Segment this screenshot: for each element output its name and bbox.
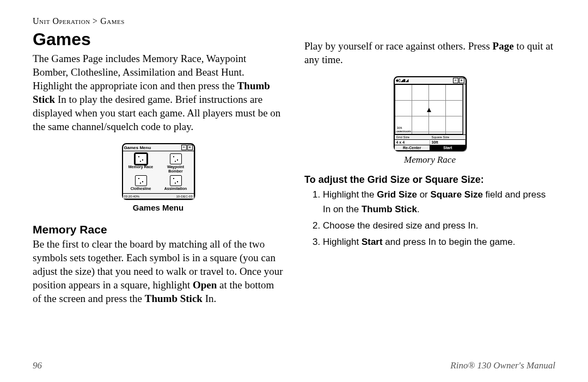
games-menu-caption: Games Menu: [33, 203, 284, 212]
game-label: Waypoint Bomber: [160, 165, 192, 173]
step-1: Highlight the Grid Size or Square Size f…: [323, 188, 555, 217]
intro-paragraph: The Games Page includes Memory Race, Way…: [33, 52, 284, 133]
mr-buttons: Re-Center Start: [395, 145, 465, 150]
close-icon: ×: [459, 78, 464, 83]
start-button: Start: [430, 145, 465, 150]
s3a: Highlight: [323, 237, 362, 247]
intro-text-a: The Games Page includes Memory Race, Way…: [33, 53, 246, 91]
assimilation-icon: [170, 175, 182, 186]
square-size-label: Square Size: [430, 134, 465, 139]
game-label: Clothesline: [125, 187, 157, 190]
s1g: .: [417, 204, 420, 214]
status-time: 03:20:40%: [124, 195, 140, 198]
s3b: Start: [362, 237, 383, 247]
mr-fields: Grid Size Square Size 4 x 4 30ft: [395, 134, 465, 145]
waypoint-bomber-icon: [170, 153, 182, 164]
manual-name: Rino® 130 Owner's Manual: [450, 360, 555, 371]
page-number: 96: [33, 360, 42, 371]
play-paragraph: Play by yourself or race against others.…: [304, 39, 555, 66]
memory-race-device: ◈▯◢▮◢ ≡× 30ft overzoom Grid Size Square …: [394, 76, 467, 151]
grid-size-label: Grid Size: [395, 134, 430, 139]
left-column: Games The Games Page includes Memory Rac…: [33, 29, 284, 350]
game-label: Memory Race: [125, 165, 157, 169]
mr-map: 30ft overzoom: [395, 84, 463, 134]
step-2: Choose the desired size and press In.: [323, 219, 555, 233]
game-item-waypoint: Waypoint Bomber: [160, 153, 192, 173]
games-menu-titlebar: Games Menu ≡×: [123, 144, 194, 151]
mr-titlebar: ◈▯◢▮◢ ≡×: [395, 77, 465, 84]
s1b: Grid Size: [377, 189, 417, 200]
mr-text-e: In.: [203, 293, 216, 304]
s1d: Square Size: [430, 189, 482, 200]
mr-titlebar-icons-left: ◈▯◢▮◢: [396, 78, 408, 83]
games-menu-content: Memory Race Waypoint Bomber Clothesline …: [123, 151, 194, 193]
mr-titlebar-icons: ≡×: [452, 78, 464, 83]
footer: 96 Rino® 130 Owner's Manual: [33, 360, 555, 371]
recenter-button: Re-Center: [395, 145, 431, 150]
play-text-a: Play by yourself or race against others.…: [304, 40, 493, 52]
page: Unit Operation > Games Games The Games P…: [0, 0, 588, 382]
games-menu-status: 03:20:40% 10-DEC-03: [123, 193, 194, 199]
page-title: Games: [33, 29, 284, 50]
s1c: or: [417, 189, 431, 200]
memory-race-caption: Memory Race: [304, 155, 555, 165]
mr-bold-thumb: Thumb Stick: [145, 293, 203, 304]
adjust-heading: To adjust the Grid Size or Square Size:: [304, 174, 555, 186]
overzoom-label: overzoom: [397, 130, 411, 133]
games-menu-title: Games Menu: [124, 145, 151, 150]
intro-text-c: In to play the desired game. Brief instr…: [33, 94, 280, 132]
game-item-memory-race: Memory Race: [125, 153, 157, 173]
square-size-value: 30ft: [430, 139, 465, 145]
grid-size-value: 4 x 4: [395, 139, 430, 145]
memory-race-heading: Memory Race: [33, 223, 284, 236]
s1a: Highlight the: [323, 189, 377, 200]
breadcrumb: Unit Operation > Games: [33, 16, 555, 26]
game-item-clothesline: Clothesline: [125, 175, 157, 190]
titlebar-icons: ≡×: [181, 145, 193, 150]
clothesline-icon: [135, 175, 147, 186]
memory-race-body: Be the first to clear the board by match…: [33, 237, 284, 305]
play-bold-page: Page: [493, 40, 514, 52]
player-cursor-icon: [427, 108, 431, 112]
mr-bold-open: Open: [193, 279, 217, 291]
s3c: and press In to begin the game.: [383, 237, 516, 247]
right-column: Play by yourself or race against others.…: [304, 29, 555, 350]
adjust-steps: Highlight the Grid Size or Square Size f…: [304, 188, 555, 251]
menu-icon: ≡: [453, 78, 458, 83]
games-menu-device: Games Menu ≡× Memory Race Waypoint Bombe…: [122, 143, 195, 199]
games-menu-figure: Games Menu ≡× Memory Race Waypoint Bombe…: [33, 143, 284, 212]
content-columns: Games The Games Page includes Memory Rac…: [33, 29, 555, 350]
step-3: Highlight Start and press In to begin th…: [323, 235, 555, 249]
memory-race-icon: [135, 153, 147, 164]
game-label: Assimilation: [160, 187, 192, 190]
memory-race-figure: ◈▯◢▮◢ ≡× 30ft overzoom Grid Size Square …: [304, 76, 555, 165]
mr-scale: 30ft overzoom: [397, 126, 411, 133]
game-item-assimilation: Assimilation: [160, 175, 192, 190]
status-date: 10-DEC-03: [176, 195, 192, 198]
close-icon: ×: [187, 145, 193, 150]
menu-icon: ≡: [181, 145, 187, 150]
s1f: Thumb Stick: [362, 204, 417, 214]
